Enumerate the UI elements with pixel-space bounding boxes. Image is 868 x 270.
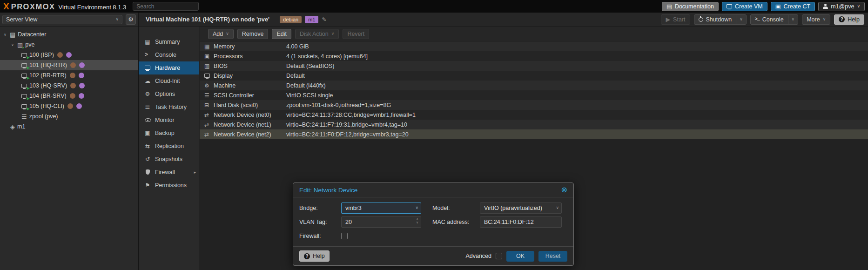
row-label: SCSI Controller	[214, 92, 286, 99]
table-row-hard-disk[interactable]: ⊟ Hard Disk (scsi0) zpool:vm-101-disk-0,…	[200, 100, 868, 110]
tab-label: Snapshots	[155, 156, 182, 162]
row-label: Network Device (net2)	[214, 131, 286, 138]
spinner-arrows[interactable]: ∧∨	[416, 217, 418, 224]
row-value: 4.00 GiB	[286, 43, 868, 50]
table-row-processors[interactable]: ▣ Processors 4 (1 sockets, 4 cores) [qem…	[200, 51, 868, 61]
console-menu-button[interactable]: ∨	[788, 15, 798, 24]
tab-cloud-init[interactable]: ☁ Cloud-Init	[139, 74, 199, 88]
tab-snapshots[interactable]: ↺ Snapshots	[139, 153, 199, 166]
row-value: virtio=BC:24:11:F7:19:31,bridge=vmbr4,ta…	[286, 122, 868, 128]
console-split-button: >_ Console ∨	[750, 14, 798, 25]
ok-label: OK	[516, 253, 525, 259]
model-label: Model:	[432, 205, 480, 211]
table-row-machine[interactable]: ⚙ Machine Default (i440fx)	[200, 81, 868, 90]
console-button[interactable]: >_ Console	[751, 15, 788, 24]
start-button[interactable]: ▶ Start	[661, 14, 690, 25]
tree-item-vm-102[interactable]: ▶ 102 (BR-RTR)	[0, 70, 138, 81]
edit-tags-pencil-icon[interactable]: ✎	[322, 16, 326, 23]
edit-button[interactable]: Edit	[272, 29, 291, 39]
tree-item-label: 103 (HQ-SRV)	[29, 82, 67, 89]
dialog-help-button[interactable]: ? Help	[299, 250, 330, 262]
tree-item-datacenter[interactable]: ∨ ▤ Datacenter	[0, 29, 138, 40]
create-vm-button[interactable]: Create VM	[722, 2, 767, 11]
create-vm-label: Create VM	[735, 3, 763, 10]
help-button[interactable]: ? Help	[834, 14, 864, 25]
mac-address-field[interactable]	[480, 216, 562, 228]
tab-task-history[interactable]: ☰ Task History	[139, 101, 199, 114]
view-mode-select[interactable]: Server View ∨	[2, 15, 122, 24]
row-value: Default (i440fx)	[286, 82, 868, 89]
table-row-net2[interactable]: ⇄ Network Device (net2) virtio=BC:24:11:…	[200, 129, 868, 139]
add-button[interactable]: Add ∨	[208, 29, 234, 39]
disk-action-button[interactable]: Disk Action ∨	[295, 29, 339, 39]
terminal-icon: >_	[144, 52, 151, 58]
tree-item-label: m1	[17, 123, 25, 130]
tree-item-vm-104[interactable]: ▶ 104 (BR-SRV)	[0, 91, 138, 101]
model-input[interactable]	[480, 202, 562, 214]
tab-console[interactable]: >_ Console	[139, 48, 199, 61]
table-row-display[interactable]: Display Default	[200, 71, 868, 81]
tab-replication[interactable]: ⇆ Replication	[139, 140, 199, 153]
running-play-icon: ▶	[27, 107, 30, 111]
tag-dot-purple	[79, 73, 84, 78]
tag-dot-purple	[76, 103, 82, 109]
vlan-tag-spinner[interactable]: ∧∨	[341, 216, 421, 228]
hdd-icon: ⊟	[204, 102, 214, 108]
tab-label: Hardware	[155, 65, 180, 71]
tab-monitor[interactable]: Monitor	[139, 114, 199, 127]
remove-label: Remove	[242, 31, 264, 37]
resource-tree: ∨ ▤ Datacenter ∨ ▥✔ pve ▶ 100 (ISP) ▶ 10…	[0, 27, 138, 132]
search-input[interactable]	[133, 2, 199, 11]
tab-label: Options	[155, 91, 175, 97]
tree-item-vm-100[interactable]: ▶ 100 (ISP)	[0, 50, 138, 60]
dialog-titlebar[interactable]: Edit: Network Device ⊗	[293, 183, 573, 197]
ok-button[interactable]: OK	[506, 251, 534, 262]
tab-permissions[interactable]: ⚑ Permissions	[139, 179, 199, 192]
expand-arrow-icon[interactable]: ∨	[10, 43, 15, 47]
table-row-scsi-controller[interactable]: ☰ SCSI Controller VirtIO SCSI single	[200, 90, 868, 100]
tree-item-storage-zpool[interactable]: ☰ zpool (pve)	[0, 111, 138, 122]
shutdown-menu-button[interactable]: ∨	[736, 15, 746, 24]
remove-button[interactable]: Remove	[237, 29, 269, 39]
tab-backup[interactable]: ▣ Backup	[139, 127, 199, 140]
tag-dot-brown	[70, 93, 75, 99]
running-play-icon: ▶	[27, 56, 30, 60]
vlan-tag-label: VLAN Tag:	[299, 219, 341, 225]
tag-pill-debian[interactable]: debian	[280, 16, 302, 23]
mac-address-input[interactable]	[480, 216, 562, 228]
table-row-net1[interactable]: ⇄ Network Device (net1) virtio=BC:24:11:…	[200, 120, 868, 129]
table-row-bios[interactable]: ▥ BIOS Default (SeaBIOS)	[200, 61, 868, 71]
tab-hardware[interactable]: Hardware	[139, 61, 199, 74]
user-menu-button[interactable]: m1@pve ∨	[818, 2, 865, 11]
tree-item-tag-m1[interactable]: ◈ m1	[0, 122, 138, 132]
shutdown-button[interactable]: Shutdown	[694, 15, 736, 24]
table-row-memory[interactable]: ▦ Memory 4.00 GiB	[200, 41, 868, 51]
tab-firewall[interactable]: Firewall ▸	[139, 166, 199, 179]
bridge-combobox[interactable]: ∨	[341, 202, 421, 214]
tab-summary[interactable]: ▤ Summary	[139, 35, 199, 48]
tree-item-pve[interactable]: ∨ ▥✔ pve	[0, 40, 138, 50]
revert-button[interactable]: Revert	[343, 29, 369, 39]
create-ct-button[interactable]: ▣ Create CT	[771, 2, 815, 11]
close-icon[interactable]: ⊗	[561, 186, 567, 194]
bridge-input[interactable]	[341, 202, 421, 214]
model-combobox[interactable]: ∨	[480, 202, 562, 214]
tree-item-vm-101[interactable]: ▶ 101 (HQ-RTR)	[0, 60, 138, 70]
tree-item-vm-103[interactable]: ▶ 103 (HQ-SRV)	[0, 81, 138, 91]
advanced-checkbox[interactable]	[496, 253, 502, 259]
revert-label: Revert	[347, 31, 364, 37]
proxmox-logo: X PROXMOX Virtual Environment 8.1.3	[3, 2, 126, 11]
documentation-button[interactable]: ▤ Documentation	[662, 2, 719, 11]
tree-settings-button[interactable]: ⚙	[126, 14, 136, 25]
tag-dot-brown	[70, 73, 75, 78]
row-value: Default (SeaBIOS)	[286, 63, 868, 69]
firewall-checkbox[interactable]	[341, 233, 348, 239]
vlan-tag-input[interactable]	[341, 216, 421, 228]
expand-arrow-icon[interactable]: ∨	[3, 33, 7, 37]
tree-item-vm-105[interactable]: ▶ 105 (HQ-CLI)	[0, 101, 138, 111]
tag-pill-m1[interactable]: m1	[305, 16, 318, 23]
tab-options[interactable]: ⚙ Options	[139, 88, 199, 101]
more-button[interactable]: More ∨	[802, 14, 830, 25]
reset-button[interactable]: Reset	[538, 251, 567, 262]
table-row-net0[interactable]: ⇄ Network Device (net0) virtio=BC:24:11:…	[200, 110, 868, 120]
